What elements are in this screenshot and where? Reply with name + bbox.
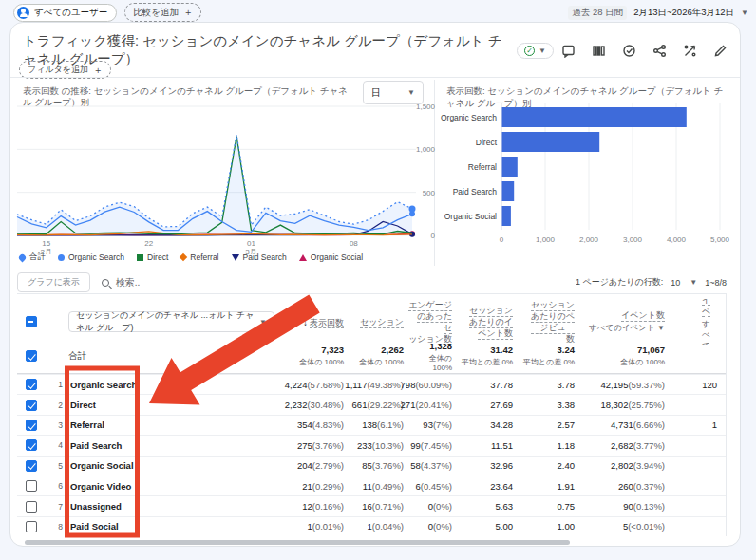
row-checkbox[interactable] xyxy=(26,460,37,472)
row-checkbox[interactable] xyxy=(26,480,37,492)
svg-text:4,000: 4,000 xyxy=(667,235,687,244)
legend-marker-pin xyxy=(18,252,28,262)
rows-per-page-label: 1 ページあたりの行数: xyxy=(576,276,663,289)
horizontal-scrollbar[interactable] xyxy=(25,540,570,545)
add-comparison-chip[interactable]: 比較を追加 ＋ xyxy=(124,3,201,22)
svg-text:Organic Search: Organic Search xyxy=(441,113,497,122)
channel-name: Organic Search xyxy=(68,375,293,394)
channel-name: Paid Social xyxy=(68,517,293,536)
granularity-value: 日 xyxy=(371,86,381,100)
top-bar: すべてのユーザー 比較を追加 ＋ 過去 28 日間 2月13日~2026年3月1… xyxy=(13,3,748,22)
sort-descending-icon: ↓ xyxy=(303,317,308,327)
table-header-row: セッションのメインのチャネル ...ォルト チャネル グループ)▼ ＋↓表示回数… xyxy=(17,294,726,339)
table-row[interactable]: 7 Unassigned12 (0.16%)16 (0.71%)0 (0%)5.… xyxy=(17,495,726,515)
comment-icon[interactable] xyxy=(561,44,576,58)
bar-referral xyxy=(502,157,518,177)
legend-marker-circle xyxy=(58,254,65,261)
legend-item[interactable]: Organic Social xyxy=(299,252,363,262)
table-row[interactable]: 4 Paid Search275 (3.76%)233 (10.3%)99 (7… xyxy=(17,435,726,455)
rows-per-page-select[interactable]: 10 ▼ xyxy=(671,278,697,288)
svg-text:0: 0 xyxy=(431,232,436,240)
table-row[interactable]: 5 Organic Social204 (2.79%)85 (3.76%)58 … xyxy=(17,456,726,476)
edit-icon[interactable] xyxy=(713,44,728,58)
legend-label: Direct xyxy=(147,252,168,262)
channel-name: Organic Video xyxy=(68,476,293,495)
legend-item[interactable]: Organic Search xyxy=(58,252,124,262)
date-range-picker[interactable]: 過去 28 日間 2月13日~2026年3月12日 ▼ xyxy=(568,6,748,20)
row-checkbox[interactable] xyxy=(26,400,37,411)
line-chart: 05001,0001,500152月22013月08 xyxy=(13,99,437,254)
add-filter-label: フィルタを追加 xyxy=(28,64,88,76)
check-circle-icon: ✓ xyxy=(524,46,535,56)
chevron-down-icon: ▼ xyxy=(690,278,697,287)
audience-chip-label: すべてのユーザー xyxy=(34,7,107,19)
plus-icon: ＋ xyxy=(183,6,193,19)
table-row[interactable]: 1 Organic Search4,224 (57.68%)1,117 (49.… xyxy=(17,374,726,394)
legend-label: 合計 xyxy=(29,252,46,263)
channel-name: Referral xyxy=(68,416,293,435)
svg-text:500: 500 xyxy=(423,189,436,197)
svg-text:15: 15 xyxy=(42,239,50,248)
user-avatar-icon xyxy=(17,7,29,19)
chevron-down-icon: ▼ xyxy=(741,9,748,17)
legend-item[interactable]: Direct xyxy=(137,252,168,262)
data-table: セッションのメインのチャネル ...ォルト チャネル グループ)▼ ＋↓表示回数… xyxy=(17,294,727,536)
header-actions xyxy=(561,44,728,58)
svg-text:22: 22 xyxy=(144,239,153,248)
legend-marker-tri-down xyxy=(232,254,239,261)
audience-chip[interactable]: すべてのユーザー xyxy=(13,4,117,22)
totals-checkbox[interactable] xyxy=(26,350,37,362)
search-placeholder: 検索.. xyxy=(116,276,141,289)
legend-item[interactable]: 合計 xyxy=(19,252,46,263)
table-row[interactable]: 3 Referral354 (4.83%)138 (6.1%)93 (7%)34… xyxy=(17,415,726,435)
channel-name: Paid Search xyxy=(68,436,293,455)
table-row[interactable]: 8 Paid Social1 (0.01%)1 (0.04%)0 (0%)5.0… xyxy=(17,516,726,536)
library-icon[interactable] xyxy=(592,44,606,58)
legend-item[interactable]: Paid Search xyxy=(232,252,287,262)
show-in-chart-button[interactable]: グラフに表示 xyxy=(17,272,90,292)
dimension-selector[interactable]: セッションのメインのチャネル ...ォルト チャネル グループ)▼ xyxy=(68,311,274,332)
plus-icon: ＋ xyxy=(93,64,103,77)
svg-text:08: 08 xyxy=(350,239,358,248)
chart-legend: 合計 Organic Search Direct Referral Paid S… xyxy=(19,252,363,263)
legend-label: Organic Social xyxy=(311,252,363,262)
row-checkbox[interactable] xyxy=(26,521,37,532)
svg-text:1,500: 1,500 xyxy=(416,103,436,111)
share-icon[interactable] xyxy=(652,44,667,58)
table-row[interactable]: 6 Organic Video21 (0.29%)11 (0.49%)6 (0.… xyxy=(17,476,726,495)
legend-label: Referral xyxy=(190,252,218,262)
chevron-down-icon: ▼ xyxy=(539,47,546,55)
bar-organic-social xyxy=(502,206,511,226)
table-row[interactable]: 2 Direct2,232 (30.48%)661 (29.22%)271 (2… xyxy=(17,394,726,414)
bar-organic-search xyxy=(502,107,687,127)
row-checkbox[interactable] xyxy=(26,439,37,451)
legend-item[interactable]: Referral xyxy=(180,252,218,262)
data-quality-pill[interactable]: ✓ ▼ xyxy=(517,43,554,59)
totals-row: 合計7,323全体の 100%2,262全体の 100%1,328全体の 100… xyxy=(17,339,726,374)
report-header: トラフィック獲得: セッションのメインのチャネル グループ（デフォルト チャネル… xyxy=(23,32,728,68)
svg-text:Organic Social: Organic Social xyxy=(444,212,497,221)
explore-icon[interactable] xyxy=(683,44,697,58)
date-range-label: 過去 28 日間 xyxy=(568,6,627,20)
row-range: 1~8/8 xyxy=(705,278,727,288)
pagination-controls: 1 ページあたりの行数: 10 ▼ 1~8/8 xyxy=(576,276,727,289)
insights-icon[interactable] xyxy=(622,44,636,58)
add-dimension-button[interactable]: ＋ xyxy=(280,313,293,330)
svg-text:Direct: Direct xyxy=(476,138,498,147)
svg-text:Paid Search: Paid Search xyxy=(453,187,498,196)
svg-text:01: 01 xyxy=(247,239,255,248)
channel-name: Direct xyxy=(68,395,293,414)
svg-text:Referral: Referral xyxy=(468,162,497,172)
svg-text:2,000: 2,000 xyxy=(579,235,599,244)
select-all-checkbox[interactable] xyxy=(26,316,37,327)
row-checkbox[interactable] xyxy=(26,379,37,390)
row-checkbox[interactable] xyxy=(26,501,37,513)
row-checkbox[interactable] xyxy=(26,420,37,431)
add-comparison-label: 比較を追加 xyxy=(133,7,179,19)
legend-marker-square xyxy=(137,254,143,261)
table-toolbar: グラフに表示 検索.. 1 ページあたりの行数: 10 ▼ 1~8/8 xyxy=(17,271,727,294)
legend-marker-diamond xyxy=(180,253,187,261)
bar-paid-search xyxy=(502,181,515,201)
date-range-value: 2月13日~2026年3月12日 xyxy=(633,7,734,19)
table-search-input[interactable]: 検索.. xyxy=(102,276,564,289)
